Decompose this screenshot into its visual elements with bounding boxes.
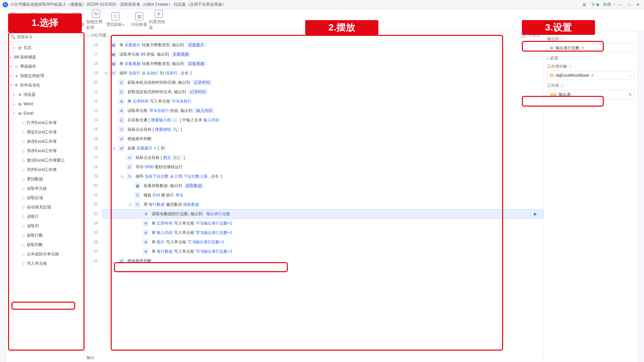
worksheet-field[interactable]: Exp 输出表 ✎	[547, 90, 634, 99]
run-icon[interactable]: ▶	[534, 212, 537, 216]
step-icon: ☰	[126, 164, 133, 170]
crumb-leaf[interactable]: ………	[130, 33, 143, 38]
data-scrape-button[interactable]: ⇩数据抓取	[67, 9, 86, 31]
tree-item[interactable]: 查找数据	[6, 174, 83, 184]
workbook-label: 工作簿对象	[547, 64, 567, 69]
code-line[interactable]: 19⊟↻循环 当前行 从 起始行 到 结束行 , 步长 1	[83, 68, 543, 78]
code-line[interactable]: 32⊟↻用 每行数据 遍历数组 抓取数据	[83, 200, 543, 209]
tree-item[interactable]: 关闭Excel工作簿	[6, 165, 83, 174]
step-icon: ↻	[126, 173, 133, 180]
code-line[interactable]: 26⇄根据条件判断	[83, 134, 543, 143]
code-line[interactable]: 24☰在目标元素 [ 搜索输入框▭ ] 中输入文本 输入内容	[83, 115, 543, 125]
code-line[interactable]: 30▦批量抓取数据, 输出到 抓取数据	[83, 181, 543, 190]
code-line[interactable]: 21☰获取指定格式的时间文本, 输出到 记录时间	[83, 87, 543, 97]
code-editor[interactable]: 16▦将 采集图片 转换为整数类型, 输出到 采集图片17▦读取单元格 B6 的…	[83, 40, 543, 353]
tree-item[interactable]: 读取区域	[6, 193, 83, 202]
fold-icon[interactable]: ⊟	[113, 146, 115, 150]
tree-item[interactable]: 读取列	[6, 221, 83, 231]
step-icon: ☰	[134, 192, 141, 198]
code-line[interactable]: 28☰等待 5000 毫秒后继续运行	[83, 162, 543, 172]
user-name[interactable]: 向倩	[603, 2, 611, 7]
timeline-button[interactable]: ⏱时间线▾	[23, 9, 43, 31]
tree-item[interactable]: 激活Excel工作簿窗口	[6, 156, 83, 165]
remove-chip[interactable]: ✕	[581, 46, 584, 50]
minimize-icon[interactable]: —	[617, 1, 624, 8]
command-tree: ▸▤日志▸⌨鼠标键盘▸▭界面操作▸⎈智能文档处理▾⚙软件自动化▸⊕浏览器▸▤Wo…	[6, 43, 83, 362]
code-line[interactable]: 31☰键盘 End 键 执行 单击	[83, 190, 543, 200]
tree-item[interactable]: ▸⌨鼠标键盘	[6, 52, 83, 62]
fold-icon[interactable]: ⊟	[129, 203, 131, 206]
command-search[interactable]: 🔍	[8, 32, 81, 42]
visual-toggle[interactable]	[517, 33, 527, 38]
crumb-mid[interactable]: ………	[114, 33, 126, 38]
grid-icon[interactable]: ⊞	[581, 1, 588, 8]
edit-icon[interactable]: ✎	[629, 93, 632, 97]
search-icon: 🔍	[10, 35, 15, 39]
sidebar: 🔍 ▸▤日志▸⌨鼠标键盘▸▭界面操作▸⎈智能文档处理▾⚙软件自动化▸⊕浏览器▸▤…	[6, 31, 83, 362]
code-line[interactable]: 26⊟⇄如果 采集图片 = 1 则	[83, 143, 543, 153]
fold-icon[interactable]: ⊟	[121, 175, 123, 178]
tree-item[interactable]: 获取列数	[6, 240, 83, 249]
tree-item[interactable]: 另存Excel工作簿	[6, 146, 83, 156]
output-to-field[interactable]: ⊕输出表行总数✕	[547, 43, 634, 53]
code-line[interactable]: 41⇄根据条件判断	[83, 256, 543, 265]
record-button[interactable]: ▶录制	[47, 9, 67, 31]
tree-item[interactable]: 自动填充区域	[6, 202, 83, 212]
code-line[interactable]: 37⊕将 每行数据 写入单元格 "D"&输出表行总数+1	[83, 247, 543, 256]
tree-item[interactable]: 写入单元格	[6, 259, 83, 268]
tree-item[interactable]: ▸▤日志	[6, 43, 83, 52]
builtin-browser-button[interactable]: ⊚内置浏览器	[149, 9, 168, 31]
code-line[interactable]: 36⊕将 图片 写入单元格 "C"&输出表行总数+1	[83, 237, 543, 247]
help-icon[interactable]: ?▾	[590, 1, 596, 8]
tree-item[interactable]: 打开Excel工作簿	[6, 118, 83, 127]
tree-item[interactable]: ▾▤Excel	[6, 109, 83, 118]
code-line[interactable]: 29⊟↻循环 当前下拉次数 从 0 到 下拉次数上限 , 步长 1	[83, 172, 543, 181]
search-input[interactable]	[17, 35, 78, 39]
remove-chip[interactable]: ✕	[591, 73, 594, 78]
tree-item[interactable]: 合并或拆分单元格	[6, 249, 83, 259]
code-line[interactable]: 17▦读取单元格 B6 的值, 输出到 采集视频	[83, 50, 543, 59]
code-line[interactable]: 20☰获取本机当前的时间和日期, 输出到 记录时间	[83, 78, 543, 87]
step-icon: ☰	[118, 117, 125, 123]
code-line[interactable]: 34⊕将 记录时间 写入单元格 "A"&输出表行总数+1	[83, 219, 543, 228]
stop-button[interactable]: ■停止	[4, 9, 23, 31]
code-line[interactable]: 23⊕读取单元格 "B"&当前行 的值, 输出到 输入内容	[83, 106, 543, 115]
output-bar[interactable]: 输出	[83, 353, 543, 362]
maximize-icon[interactable]: □	[626, 1, 633, 8]
tree-item[interactable]: ▸▭界面操作	[6, 62, 83, 71]
output-to-label: 输出到	[547, 36, 559, 42]
required-section[interactable]: 必选	[550, 55, 558, 61]
tree-item[interactable]: ▾⚙软件自动化	[6, 80, 83, 90]
ui-analyzer-button[interactable]: ▥UI分析器	[129, 9, 149, 31]
chevron-down-icon[interactable]: ⌄	[628, 73, 632, 78]
code-line[interactable]: 25⊙鼠标点击目标 [ 搜索按钮🔍 ]	[83, 125, 543, 134]
workbook-field[interactable]: ExobjExcelWorkBook✕ ⌄	[547, 71, 634, 80]
code-line[interactable]: 27⊙鼠标点击目标 [ 图文图文 ]	[83, 153, 543, 162]
tree-item[interactable]: 读取行	[6, 212, 83, 221]
smart-doc-button[interactable]: AI智能文档处理	[86, 9, 106, 31]
code-line[interactable]: 16▦将 采集图片 转换为整数类型, 输出到 采集图片	[83, 40, 543, 50]
step-icon: ⊙	[118, 126, 125, 133]
exp-badge: Exp	[549, 93, 557, 97]
close-icon[interactable]: ✕	[635, 1, 641, 8]
home-icon[interactable]: ⌂	[87, 33, 89, 38]
tree-item[interactable]: 保存Excel工作簿	[6, 137, 83, 146]
code-line[interactable]: 22⊕将 记录时间 写入单元格 "A"&当前行	[83, 97, 543, 106]
tree-item[interactable]: ▸▤Word	[6, 99, 83, 109]
tree-item[interactable]: 绑定Excel工作簿	[6, 127, 83, 137]
help-icon[interactable]: ⓘ	[560, 37, 564, 42]
tree-item[interactable]: ▸⎈智能文档处理	[6, 71, 83, 80]
step-icon: ☰	[118, 88, 125, 95]
find-target-button[interactable]: ☐查找目标▾	[106, 9, 125, 31]
step-icon: ▦	[134, 182, 141, 189]
help-icon[interactable]: ⓘ	[569, 64, 572, 69]
code-line[interactable]: 35⊕将 输入内容 写入单元格 "B"&输出表行总数+1	[83, 228, 543, 237]
tree-item[interactable]: ▸⊕浏览器	[6, 90, 83, 99]
fold-icon[interactable]: ⊟	[105, 71, 107, 75]
code-line[interactable]: 18▦将 采集视频 转换为整数类型, 输出到 采集视频	[83, 59, 543, 68]
tree-item[interactable]: 读取单元格	[6, 184, 83, 193]
crumb-root[interactable]: 小红书爆…	[90, 33, 110, 38]
help-icon[interactable]: ⓘ	[560, 83, 564, 88]
tree-item[interactable]: 获取行数	[6, 231, 83, 240]
code-line[interactable]: 33⊕获取有数据的行总数, 输出到 输出表行总数▶	[83, 209, 543, 219]
